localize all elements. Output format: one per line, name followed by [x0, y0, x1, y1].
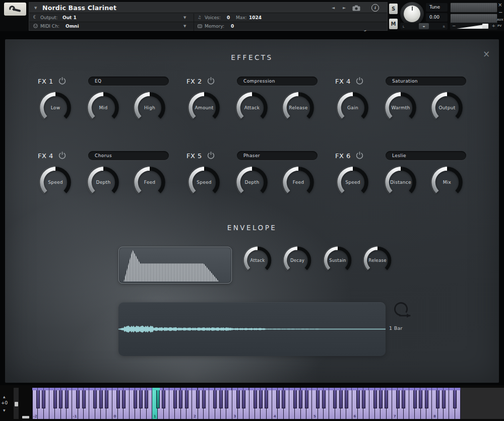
black-key[interactable]	[122, 390, 125, 408]
close-effects-button[interactable]: ×	[481, 48, 492, 59]
knob-warmth[interactable]: Warmth	[383, 90, 419, 126]
black-key[interactable]	[356, 390, 360, 408]
black-key[interactable]	[105, 390, 108, 408]
black-key[interactable]	[322, 390, 326, 408]
knob-attack[interactable]: Attack	[234, 90, 270, 126]
black-key[interactable]	[316, 390, 320, 408]
black-key[interactable]	[162, 390, 165, 408]
black-key[interactable]	[385, 390, 388, 408]
black-key[interactable]	[202, 390, 206, 408]
fx-type-dropdown[interactable]: Compression	[237, 77, 318, 86]
midi-dropdown-caret[interactable]: ▼	[183, 24, 186, 28]
knob-feed[interactable]: Feed	[280, 164, 317, 200]
black-key[interactable]	[213, 390, 217, 408]
fx-type-dropdown[interactable]: EQ	[88, 77, 169, 86]
black-key[interactable]	[254, 390, 257, 408]
black-key[interactable]	[156, 390, 160, 408]
transpose-down-arrow[interactable]: ▼	[3, 408, 6, 412]
transpose-up-arrow[interactable]: ▲	[3, 395, 6, 398]
loop-mode-button[interactable]	[392, 300, 414, 322]
output-value[interactable]: Out 1	[62, 15, 77, 20]
black-key[interactable]	[299, 390, 302, 408]
knob-feed[interactable]: Feed	[132, 164, 168, 200]
knob-depth[interactable]: Depth	[234, 164, 270, 200]
knob-mix[interactable]: Mix	[429, 164, 465, 200]
knob-output[interactable]: Output	[429, 90, 465, 126]
black-key[interactable]	[402, 390, 405, 408]
snapshot-camera-button[interactable]	[348, 4, 364, 13]
black-key[interactable]	[145, 390, 148, 408]
knob-attack[interactable]: Attack	[241, 244, 274, 276]
black-key[interactable]	[65, 390, 69, 408]
knob-release[interactable]: Release	[280, 90, 317, 126]
black-key[interactable]	[42, 390, 45, 408]
black-key[interactable]	[265, 390, 268, 408]
black-key[interactable]	[179, 390, 182, 408]
knob-distance[interactable]: Distance	[383, 164, 419, 200]
black-key[interactable]	[242, 390, 245, 408]
instrument-collapse-caret[interactable]: ▼	[34, 6, 37, 10]
pan-slider-handle[interactable]: ◂▸	[419, 23, 429, 29]
knob-depth[interactable]: Depth	[85, 164, 121, 200]
black-key[interactable]	[419, 390, 422, 408]
black-key[interactable]	[185, 390, 188, 408]
keyboard-scroll-handle[interactable]	[15, 402, 18, 406]
black-key[interactable]	[225, 390, 228, 408]
black-key[interactable]	[425, 390, 428, 408]
loop-length-label[interactable]: 1 Bar	[389, 325, 417, 331]
black-key[interactable]	[453, 390, 457, 408]
black-key[interactable]	[305, 390, 308, 408]
fx-type-dropdown[interactable]: Chorus	[88, 151, 169, 160]
black-key[interactable]	[276, 390, 280, 408]
midi-channel-value[interactable]: Omni	[66, 24, 79, 29]
pan-slider[interactable]: L R ◂▸	[400, 23, 448, 30]
black-key[interactable]	[53, 390, 57, 408]
keyboard-zoom-handle[interactable]	[22, 416, 29, 418]
fx-type-dropdown[interactable]: Saturation	[386, 77, 466, 86]
knob-sustain[interactable]: Sustain	[322, 244, 354, 276]
black-key[interactable]	[379, 390, 383, 408]
knob-high[interactable]: High	[132, 90, 168, 126]
envelope-display[interactable]	[118, 247, 232, 284]
black-key[interactable]	[345, 390, 348, 408]
tune-knob[interactable]	[400, 2, 424, 26]
black-key[interactable]	[116, 390, 120, 408]
fx-type-dropdown[interactable]: Leslie	[386, 151, 466, 160]
fx-power-button[interactable]	[58, 77, 67, 86]
black-key[interactable]	[82, 390, 86, 408]
tune-value-box[interactable]: 0.00	[426, 13, 448, 22]
black-key[interactable]	[236, 390, 240, 408]
black-key[interactable]	[99, 390, 103, 408]
fx-power-button[interactable]	[355, 151, 364, 160]
knob-speed[interactable]: Speed	[186, 164, 222, 200]
aux-button[interactable]: AUX	[497, 18, 503, 21]
fx-power-button[interactable]	[58, 151, 67, 160]
solo-button[interactable]: S	[389, 4, 398, 14]
fx-power-button[interactable]	[207, 151, 216, 160]
prev-instrument-arrow[interactable]: ◄	[332, 6, 335, 10]
keyboard-scroll-track[interactable]	[14, 388, 19, 419]
black-key[interactable]	[173, 390, 177, 408]
black-key[interactable]	[93, 390, 97, 408]
knob-mid[interactable]: Mid	[85, 90, 121, 126]
black-key[interactable]	[196, 390, 200, 408]
black-key[interactable]	[282, 390, 285, 408]
black-key[interactable]	[373, 390, 377, 408]
black-key[interactable]	[413, 390, 417, 408]
fx-power-button[interactable]	[207, 77, 216, 86]
black-key[interactable]	[59, 390, 62, 408]
pv-button[interactable]: PV	[497, 24, 501, 27]
volume-minus[interactable]: −	[452, 23, 456, 28]
fx-type-dropdown[interactable]: Phaser	[237, 151, 318, 160]
window-close-button[interactable]: ×	[498, 2, 502, 8]
black-key[interactable]	[436, 390, 439, 408]
black-key[interactable]	[293, 390, 297, 408]
knob-decay[interactable]: Decay	[281, 244, 313, 276]
mute-button[interactable]: M	[389, 19, 398, 29]
knob-amount[interactable]: Amount	[186, 90, 222, 126]
volume-slider[interactable]: − +	[450, 23, 497, 30]
black-key[interactable]	[139, 390, 143, 408]
volume-slider-handle[interactable]	[482, 24, 488, 29]
window-minimize-button[interactable]: −	[498, 10, 502, 15]
black-key[interactable]	[219, 390, 223, 408]
